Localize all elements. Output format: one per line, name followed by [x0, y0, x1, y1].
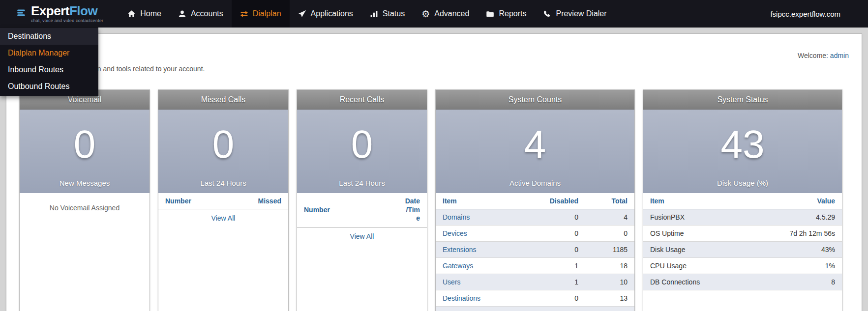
users-disabled: 1: [541, 274, 585, 290]
system-status-table: Item Value FusionPBX 4.5.29 OS Uptime 7d…: [643, 193, 842, 290]
gear-icon: ⚙: [421, 9, 430, 19]
logo-part2: Flow: [69, 3, 97, 18]
extensions-disabled: 0: [541, 242, 585, 258]
system-counts-count-label: Active Domains: [509, 179, 561, 193]
recent-calls-view-all-link[interactable]: View All: [297, 227, 427, 244]
domains-link[interactable]: Domains: [443, 213, 470, 221]
welcome-text: Welcome: admin: [798, 49, 849, 73]
table-row: Extensions 0 1185: [436, 242, 634, 258]
system-status-count: 43: [721, 110, 765, 179]
system-counts-panel: System Counts 4 Active Domains Item Disa…: [435, 89, 635, 311]
column-header-disabled: Disabled: [541, 193, 585, 209]
voicemail-empty-message: No Voicemail Assigned: [20, 193, 150, 223]
table-row: OS Uptime 7d 2h 12m 56s: [643, 226, 842, 242]
gateways-disabled: 1: [541, 258, 585, 274]
dialplan-dropdown: Destinations Dialplan Manager Inbound Ro…: [0, 28, 98, 96]
nav-item-advanced[interactable]: ⚙ Advanced: [413, 0, 478, 28]
welcome-user-link[interactable]: admin: [830, 52, 849, 59]
main-nav: Home Accounts Dialplan Destinations Dial…: [119, 0, 615, 28]
column-header-value: Value: [768, 193, 842, 209]
table-row: DB Connections 8: [643, 274, 842, 290]
nav-item-applications[interactable]: Applications: [290, 0, 361, 28]
users-link[interactable]: Users: [443, 278, 461, 286]
table-row: Devices 0 0: [436, 226, 634, 242]
table-row: Destinations 0 13: [436, 290, 634, 307]
missed-calls-panel: Missed Calls 0 Last 24 Hours Number Miss…: [158, 89, 289, 311]
voicemail-count-label: New Messages: [60, 179, 110, 193]
db-connections-label: DB Connections: [643, 274, 768, 290]
table-row: Users 1 10: [436, 274, 634, 290]
cpu-usage-value: 1%: [768, 258, 842, 274]
destinations-total: 13: [585, 290, 634, 307]
nav-item-label: Dialplan: [253, 9, 281, 18]
os-uptime-label: OS Uptime: [643, 226, 768, 242]
nav-item-status[interactable]: Status: [361, 0, 413, 28]
nav-item-accounts[interactable]: Accounts: [170, 0, 232, 28]
system-counts-count-area: 4 Active Domains: [436, 110, 634, 193]
table-row: CC Queues 0 12: [436, 307, 634, 311]
missed-calls-table: Number Missed: [158, 193, 288, 209]
nav-item-label: Advanced: [434, 9, 469, 18]
nav-item-label: Home: [140, 9, 161, 18]
missed-calls-count-label: Last 24 Hours: [200, 179, 246, 193]
table-row: Disk Usage 43%: [643, 242, 842, 258]
shuffle-arrows-icon: [240, 10, 248, 18]
fusionpbx-value: 4.5.29: [768, 209, 842, 226]
column-header-item: Item: [436, 193, 541, 209]
table-row: FusionPBX 4.5.29: [643, 209, 842, 226]
nav-item-preview-dialer[interactable]: Preview Dialer: [535, 0, 615, 28]
user-icon: [178, 10, 186, 18]
table-row: CPU Usage 1%: [643, 258, 842, 274]
dropdown-item-inbound-routes[interactable]: Inbound Routes: [0, 61, 98, 78]
gateways-link[interactable]: Gateways: [443, 262, 473, 270]
system-counts-table: Item Disabled Total Domains 0 4 Devices …: [436, 193, 634, 311]
disk-usage-label: Disk Usage: [643, 242, 768, 258]
gateways-total: 18: [585, 258, 634, 274]
column-header-total: Total: [585, 193, 634, 209]
dropdown-item-outbound-routes[interactable]: Outbound Routes: [0, 78, 98, 95]
panel-title: Missed Calls: [158, 90, 288, 110]
nav-item-label: Status: [383, 9, 405, 18]
devices-link[interactable]: Devices: [443, 229, 467, 237]
table-row: Gateways 1 18: [436, 258, 634, 274]
phone-icon: [543, 10, 551, 18]
recent-calls-count: 0: [351, 110, 373, 179]
missed-calls-count-area: 0 Last 24 Hours: [158, 110, 288, 193]
recent-calls-count-label: Last 24 Hours: [339, 179, 385, 193]
column-header-number: Number: [158, 193, 226, 209]
system-status-count-label: Disk Usage (%): [717, 179, 768, 193]
recent-calls-count-area: 0 Last 24 Hours: [297, 110, 427, 193]
page-header: Dashboard Quickly access information and…: [19, 34, 849, 73]
logo[interactable]: ExpertFlow chat, voice and video contact…: [0, 0, 103, 28]
domains-disabled: 0: [541, 209, 585, 226]
welcome-label: Welcome:: [798, 52, 828, 59]
nav-item-label: Preview Dialer: [556, 9, 606, 18]
column-header-missed: Missed: [226, 193, 288, 209]
devices-total: 0: [585, 226, 634, 242]
nav-item-label: Reports: [499, 9, 526, 18]
voicemail-panel: Voicemail 0 New Messages No Voicemail As…: [19, 89, 150, 311]
server-domain: fsipcc.expertflow.com: [770, 0, 868, 28]
cc-queues-total: 12: [585, 307, 634, 311]
folder-icon: [486, 10, 494, 18]
dropdown-item-destinations[interactable]: Destinations: [0, 28, 98, 45]
panel-title: Recent Calls: [297, 90, 427, 110]
recent-calls-table: Number Date/Time: [297, 193, 427, 227]
dropdown-item-dialplan-manager[interactable]: Dialplan Manager: [0, 45, 98, 61]
column-header-item: Item: [643, 193, 768, 209]
missed-calls-count: 0: [212, 110, 235, 179]
destinations-link[interactable]: Destinations: [443, 294, 480, 302]
nav-item-home[interactable]: Home: [119, 0, 170, 28]
voicemail-count-area: 0 New Messages: [20, 110, 150, 193]
column-header-number: Number: [297, 193, 404, 227]
extensions-link[interactable]: Extensions: [443, 246, 476, 254]
content-card: Dashboard Quickly access information and…: [6, 33, 862, 311]
nav-item-label: Applications: [311, 9, 353, 18]
bar-chart-icon: [370, 10, 378, 18]
recent-calls-panel: Recent Calls 0 Last 24 Hours Number Date…: [297, 89, 427, 311]
nav-item-reports[interactable]: Reports: [478, 0, 535, 28]
nav-item-dialplan[interactable]: Dialplan: [232, 0, 290, 28]
fusionpbx-label: FusionPBX: [643, 209, 768, 226]
missed-calls-view-all-link[interactable]: View All: [158, 209, 288, 226]
system-status-count-area: 43 Disk Usage (%): [643, 110, 842, 193]
